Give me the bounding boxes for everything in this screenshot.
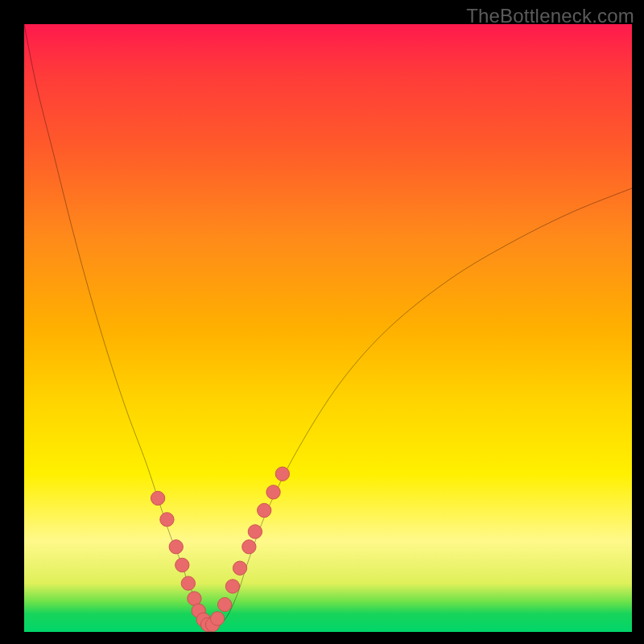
curve-svg	[24, 24, 632, 632]
trough-dot	[200, 617, 214, 631]
chart-frame: TheBottleneck.com	[0, 0, 644, 644]
trough-dot	[175, 558, 189, 572]
trough-dot	[210, 612, 224, 625]
trough-dot	[242, 540, 256, 554]
trough-dot	[196, 613, 210, 626]
trough-dot	[233, 561, 246, 575]
trough-dot	[258, 503, 271, 517]
trough-dot	[275, 467, 289, 481]
trough-dot	[160, 513, 174, 526]
trough-dots	[151, 467, 289, 632]
bottleneck-curve	[24, 24, 632, 625]
trough-dot	[169, 540, 183, 554]
trough-dot	[188, 592, 201, 605]
trough-dot	[181, 576, 195, 590]
trough-dot	[192, 604, 205, 617]
trough-dot	[266, 485, 280, 499]
trough-dot	[248, 525, 262, 539]
trough-dot	[205, 617, 219, 631]
trough-dot	[225, 580, 239, 593]
plot-area	[24, 24, 632, 632]
trough-dot	[151, 491, 164, 505]
trough-dot	[217, 597, 231, 611]
